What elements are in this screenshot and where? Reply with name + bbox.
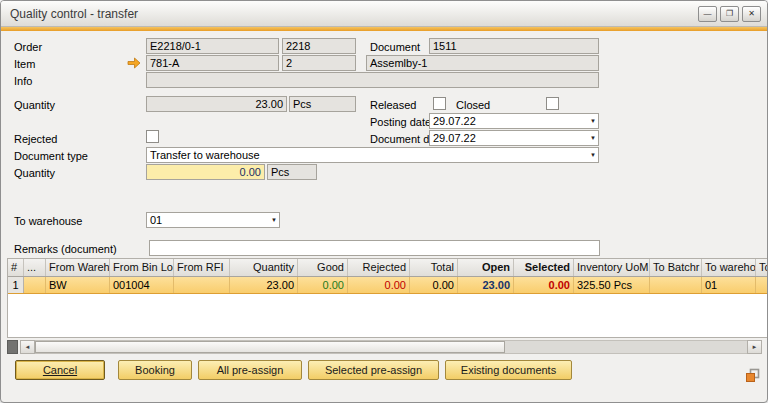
- column-header: To warehou: [702, 259, 756, 276]
- existing-documents-button[interactable]: Existing documents: [445, 360, 572, 380]
- chevron-down-icon[interactable]: ▼: [590, 114, 596, 128]
- posting-date-label: Posting date: [370, 116, 431, 128]
- document-type-select[interactable]: Transfer to warehouse ▼: [146, 147, 599, 163]
- scroll-right-icon[interactable]: ►: [747, 340, 762, 354]
- column-header: Selected: [514, 259, 574, 276]
- chevron-down-icon[interactable]: ▼: [271, 213, 277, 227]
- good-cell[interactable]: 0.00: [298, 277, 348, 293]
- column-header: To: [756, 259, 768, 276]
- rejected-checkbox[interactable]: [146, 130, 159, 143]
- table-row[interactable]: 1 BW 001004 23.00 0.00 0.00 0.00 23.00 0…: [8, 277, 768, 294]
- document-date-value: 29.07.22: [433, 132, 476, 144]
- horizontal-scrollbar[interactable]: ◄ ►: [7, 340, 762, 354]
- closed-checkbox[interactable]: [546, 97, 559, 110]
- to-warehouse-label: To warehouse: [14, 215, 83, 227]
- rejected-label: Rejected: [14, 133, 57, 145]
- booking-button[interactable]: Booking: [118, 360, 192, 380]
- total-cell[interactable]: 0.00: [410, 277, 458, 293]
- row-number-cell[interactable]: 1: [8, 277, 24, 293]
- quantity-cell[interactable]: 23.00: [230, 277, 298, 293]
- column-header: Open: [458, 259, 514, 276]
- column-header: From Bin Locatic: [110, 259, 174, 276]
- title-bar[interactable]: Quality control - transfer — ❐ ✕: [1, 1, 767, 27]
- chevron-down-icon[interactable]: ▼: [590, 148, 596, 162]
- close-icon[interactable]: ✕: [742, 6, 761, 22]
- scroll-split-handle[interactable]: [7, 340, 18, 354]
- link-arrow-icon[interactable]: [127, 57, 141, 69]
- column-header: Total: [410, 259, 458, 276]
- quality-control-transfer-window: Quality control - transfer — ❐ ✕ Order E…: [0, 0, 768, 403]
- item-number-field: 2: [282, 55, 356, 71]
- to-batch-cell[interactable]: [650, 277, 702, 293]
- order-number-field: 2218: [282, 38, 356, 54]
- all-preassign-button[interactable]: All pre-assign: [198, 360, 302, 380]
- column-header: Quantity: [230, 259, 298, 276]
- accent-bar: [1, 27, 767, 31]
- document-field: 1511: [429, 38, 599, 54]
- column-header: #: [8, 259, 24, 276]
- column-header: To Batchr: [650, 259, 702, 276]
- posting-date-value: 29.07.22: [433, 115, 476, 127]
- column-header: From Wareh: [46, 259, 110, 276]
- open-cell[interactable]: 23.00: [458, 277, 514, 293]
- lines-table: # ... From Wareh From Bin Locatic From R…: [7, 258, 768, 338]
- info-label: Info: [14, 75, 32, 87]
- chevron-down-icon[interactable]: ▼: [590, 131, 596, 145]
- quantity-uom-field: Pcs: [289, 96, 356, 112]
- quantity2-label: Quantity: [14, 167, 55, 179]
- to-warehouse-select[interactable]: 01 ▼: [146, 212, 280, 228]
- to-warehouse-value: 01: [150, 214, 162, 226]
- cancel-button[interactable]: Cancel: [15, 360, 105, 380]
- released-checkbox[interactable]: [433, 97, 446, 110]
- from-bin-location-cell[interactable]: 001004: [110, 277, 174, 293]
- document-label: Document: [370, 41, 420, 53]
- closed-label: Closed: [456, 99, 490, 111]
- expand-form-icon[interactable]: [745, 368, 760, 383]
- column-header: From RFI: [174, 259, 230, 276]
- minimize-icon[interactable]: —: [698, 6, 717, 22]
- scroll-left-icon[interactable]: ◄: [20, 340, 35, 354]
- to-warehouse-cell[interactable]: 01: [702, 277, 756, 293]
- inventory-uom-cell[interactable]: 325.50 Pcs: [574, 277, 650, 293]
- released-label: Released: [370, 99, 416, 111]
- order-label: Order: [14, 41, 42, 53]
- window-controls: — ❐ ✕: [698, 6, 761, 22]
- quantity-field: 23.00: [146, 96, 287, 112]
- column-header: Good: [298, 259, 348, 276]
- column-header: ...: [24, 259, 46, 276]
- from-rfid-cell[interactable]: [174, 277, 230, 293]
- quantity2-input[interactable]: 0.00: [146, 164, 265, 180]
- item-label: Item: [14, 58, 35, 70]
- rejected-cell[interactable]: 0.00: [348, 277, 410, 293]
- window-title: Quality control - transfer: [10, 7, 138, 21]
- selected-preassign-button[interactable]: Selected pre-assign: [308, 360, 439, 380]
- quantity-label: Quantity: [14, 99, 55, 111]
- scrollbar-track[interactable]: [35, 340, 747, 354]
- item-name-field: Assemlby-1: [366, 55, 599, 71]
- remarks-input[interactable]: [149, 240, 600, 256]
- document-date-select[interactable]: 29.07.22 ▼: [429, 130, 599, 146]
- column-header: Rejected: [348, 259, 410, 276]
- info-field: [146, 72, 599, 88]
- remarks-label: Remarks (document): [14, 243, 117, 255]
- from-warehouse-cell[interactable]: BW: [46, 277, 110, 293]
- restore-icon[interactable]: ❐: [720, 6, 739, 22]
- column-header: Inventory UoM: [574, 259, 650, 276]
- document-type-value: Transfer to warehouse: [150, 149, 260, 161]
- quantity2-uom-field: Pcs: [267, 164, 317, 180]
- row-select-cell[interactable]: [24, 277, 46, 293]
- scrollbar-thumb[interactable]: [35, 341, 505, 353]
- item-code-field: 781-A: [146, 55, 279, 71]
- posting-date-select[interactable]: 29.07.22 ▼: [429, 113, 599, 129]
- document-type-label: Document type: [14, 150, 88, 162]
- to-cell[interactable]: [756, 277, 768, 293]
- order-field: E2218/0-1: [146, 38, 279, 54]
- table-header-row: # ... From Wareh From Bin Locatic From R…: [8, 259, 768, 277]
- selected-cell[interactable]: 0.00: [514, 277, 574, 293]
